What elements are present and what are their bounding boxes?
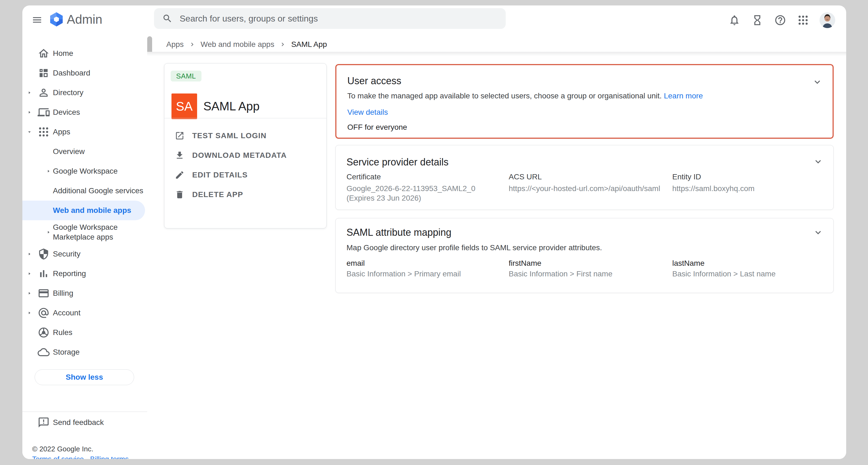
sidebar-item-label: Security	[53, 250, 81, 258]
sidebar: HomeDashboardDirectoryDevicesAppsOvervie…	[22, 43, 147, 459]
sidebar-item-reporting[interactable]: Reporting	[22, 264, 147, 283]
user-access-status: OFF for everyone	[347, 123, 822, 132]
field-entity-id: Entity IDhttps://saml.boxyhq.com	[672, 172, 823, 203]
sidebar-item-storage[interactable]: Storage	[22, 342, 147, 362]
sidebar-item-rules[interactable]: Rules	[22, 323, 147, 342]
google-apps-button[interactable]	[797, 13, 810, 27]
search-icon	[162, 13, 173, 24]
attribute-mapping-card: SAML attribute mapping Map Google direct…	[335, 218, 834, 293]
breadcrumb-link-web-and-mobile-apps[interactable]: Web and mobile apps	[200, 40, 274, 49]
sidebar-item-label: Overview	[53, 147, 85, 156]
billing-icon	[38, 287, 50, 299]
app-summary-card: SAML SA SAML App TEST SAML LOGINDOWNLOAD…	[164, 63, 327, 228]
dashboard-icon	[38, 67, 50, 79]
download-icon	[175, 151, 185, 160]
breadcrumb-current: SAML App	[291, 40, 327, 49]
open-new-icon	[175, 131, 185, 141]
test-saml-login-button[interactable]: TEST SAML LOGIN	[164, 126, 326, 146]
app-card-divider	[164, 118, 326, 118]
field-certificate: CertificateGoogle_2026-6-22-113953_SAML2…	[346, 172, 509, 203]
avatar-photo	[819, 12, 835, 28]
billing-terms-link[interactable]: Billing terms	[90, 455, 129, 459]
user-access-card: User access To make the managed app avai…	[335, 64, 834, 139]
field-label: ACS URL	[509, 172, 672, 182]
expand-service-provider-icon[interactable]	[813, 156, 824, 167]
sidebar-item-additional-google-services[interactable]: Additional Google services	[22, 181, 147, 200]
sidebar-item-security[interactable]: Security	[22, 244, 147, 264]
hamburger-menu-icon	[32, 14, 42, 25]
trash-icon	[175, 190, 185, 199]
sidebar-item-label: Directory	[53, 88, 84, 97]
sidebar-item-devices[interactable]: Devices	[22, 102, 147, 122]
sidebar-item-overview[interactable]: Overview	[22, 142, 147, 161]
breadcrumb-link-apps[interactable]: Apps	[166, 40, 184, 49]
sidebar-item-home[interactable]: Home	[22, 43, 147, 63]
sidebar-item-label: Storage	[53, 348, 80, 356]
field-label: Entity ID	[672, 172, 823, 182]
sidebar-item-label: Google Workspace Marketplace apps	[53, 220, 137, 244]
service-provider-card: Service provider details CertificateGoog…	[335, 145, 834, 210]
feedback-icon	[38, 416, 50, 429]
attribute-name: email	[346, 259, 509, 268]
sidebar-item-google-workspace-marketplace-apps[interactable]: Google Workspace Marketplace apps	[22, 220, 147, 244]
field-label: Certificate	[346, 172, 509, 182]
mapping-email: emailBasic Information > Primary email	[346, 259, 509, 279]
sidebar-item-label: Home	[53, 49, 73, 58]
apps-icon	[38, 126, 50, 138]
show-less-button[interactable]: Show less	[35, 369, 134, 385]
admin-console-window: Admin AppsWeb and mobile appsSAML App Ho…	[22, 5, 846, 459]
notifications-button[interactable]	[728, 13, 741, 27]
sidebar-item-billing[interactable]: Billing	[22, 283, 147, 303]
google-admin-logo-icon	[50, 11, 63, 27]
action-label: TEST SAML LOGIN	[192, 131, 267, 140]
send-feedback-button[interactable]: Send feedback	[22, 413, 147, 432]
edit-icon	[175, 170, 185, 180]
tasks-button[interactable]	[751, 13, 764, 27]
expand-arrow-right-icon	[46, 168, 51, 174]
topbar-actions	[728, 12, 835, 28]
sidebar-item-web-and-mobile-apps[interactable]: Web and mobile apps	[22, 200, 145, 220]
download-metadata-button[interactable]: DOWNLOAD METADATA	[164, 146, 326, 165]
footer-separator: -	[84, 455, 90, 459]
sidebar-item-label: Devices	[53, 108, 80, 117]
search-input[interactable]	[180, 13, 498, 24]
sidebar-item-label: Rules	[53, 328, 72, 337]
expand-user-access-icon[interactable]	[812, 76, 823, 88]
rules-icon	[38, 327, 50, 339]
app-actions: TEST SAML LOGINDOWNLOAD METADATAEDIT DET…	[164, 126, 326, 205]
footer-links: Terms of service - Billing terms -	[32, 455, 133, 459]
sidebar-item-apps[interactable]: Apps	[22, 122, 147, 142]
sidebar-item-google-workspace[interactable]: Google Workspace	[22, 161, 147, 181]
field-value: https://<your-hosted-url.com>/api/oauth/…	[509, 184, 661, 193]
sidebar-item-label: Account	[53, 309, 81, 317]
storage-icon	[38, 346, 50, 358]
search-bar[interactable]	[154, 8, 506, 29]
delete-app-button[interactable]: DELETE APP	[164, 185, 326, 205]
app-title: SAML App	[204, 93, 259, 119]
attribute-name: lastName	[672, 259, 823, 268]
attribute-mapped-to: Basic Information > Last name	[672, 269, 823, 279]
help-button[interactable]	[774, 13, 787, 27]
breadcrumb: AppsWeb and mobile appsSAML App	[166, 37, 327, 52]
terms-of-service-link[interactable]: Terms of service	[32, 455, 84, 459]
learn-more-link[interactable]: Learn more	[664, 92, 703, 100]
sidebar-item-dashboard[interactable]: Dashboard	[22, 63, 147, 83]
brand: Admin	[50, 11, 102, 27]
mapping-lastname: lastNameBasic Information > Last name	[672, 259, 823, 279]
sidebar-item-directory[interactable]: Directory	[22, 83, 147, 102]
expand-arrow-right-icon	[27, 310, 32, 316]
view-details-link[interactable]: View details	[347, 108, 822, 117]
action-label: DOWNLOAD METADATA	[192, 151, 287, 160]
hourglass-icon	[751, 14, 763, 26]
chart-icon	[38, 268, 50, 280]
apps-grid-icon	[797, 14, 809, 26]
edit-details-button[interactable]: EDIT DETAILS	[164, 165, 326, 185]
expand-attribute-mapping-icon[interactable]	[813, 227, 824, 238]
sidebar-item-label: Additional Google services	[53, 186, 144, 195]
menu-button[interactable]	[31, 13, 43, 26]
sidebar-item-account[interactable]: Account	[22, 303, 147, 323]
account-avatar[interactable]	[819, 12, 835, 28]
attribute-mapped-to: Basic Information > Primary email	[346, 269, 499, 279]
attribute-mapped-to: Basic Information > First name	[509, 269, 661, 279]
expand-arrow-right-icon	[46, 229, 51, 235]
